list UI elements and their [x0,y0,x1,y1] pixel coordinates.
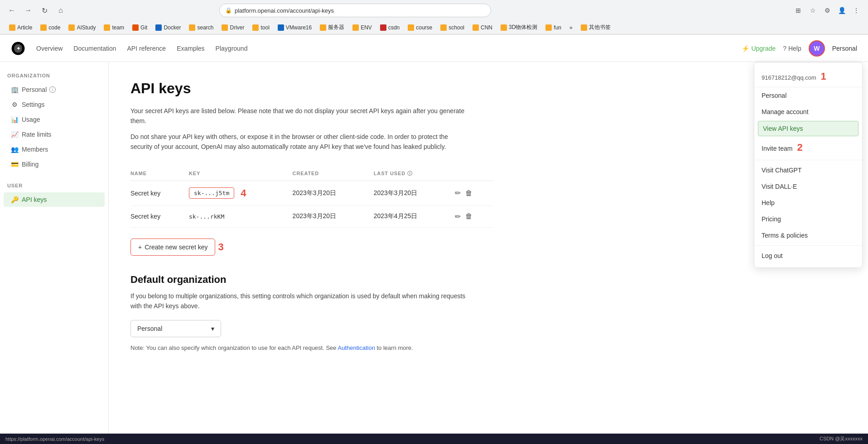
user-section-title: USER [0,179,108,192]
bookmark-course[interactable]: course [404,24,436,32]
actions-1: ✏ 🗑 [455,181,493,205]
bookmark-cnn[interactable]: CNN [469,24,496,32]
bookmark-driver[interactable]: Driver [218,24,248,32]
home-button[interactable]: ⌂ [54,4,67,17]
edit-icon-2[interactable]: ✏ [455,212,461,221]
dropdown-pricing[interactable]: Pricing [754,211,862,227]
bookmark-server[interactable]: 服务器 [316,23,348,32]
bookmark-git[interactable]: Git [129,24,151,32]
nav-overview[interactable]: Overview [36,45,63,52]
lock-icon: 🔒 [225,7,232,14]
user-avatar-button[interactable]: W [809,40,825,57]
bookmark-icon [380,24,386,31]
dropdown-visit-chatgpt[interactable]: Visit ChatGPT [754,162,862,178]
app-layout: ORGANIZATION 🏢 Personal i ⚙ Settings 📊 U… [0,62,868,444]
delete-icon[interactable]: 🗑 [465,189,473,197]
dropdown-invite-team[interactable]: Invite team 2 [754,137,862,158]
bookmark-article[interactable]: Article [5,24,36,32]
bookmark-tool[interactable]: tool [249,24,273,32]
bookmark-more[interactable]: » [566,24,576,32]
api-keys-icon: 🔑 [11,196,18,203]
extensions-button[interactable]: ⚙ [821,4,834,17]
bookmark-env[interactable]: ENV [349,24,376,32]
bookmark-icon [440,24,447,31]
bookmark-docker[interactable]: Docker [152,24,184,32]
settings-icon: ⚙ [11,101,18,108]
dropdown-logout[interactable]: Log out [754,248,862,264]
sidebar-item-usage[interactable]: 📊 Usage [4,112,105,127]
bookmark-icon [473,24,479,31]
chevron-down-icon: ▾ [211,325,214,332]
key-value-highlighted: sk-...j5tm [189,187,234,199]
delete-icon-2[interactable]: 🗑 [465,212,473,220]
sidebar-item-personal[interactable]: 🏢 Personal i [4,82,105,97]
bookmark-3d[interactable]: 3D物体检测 [497,23,541,32]
user-dropdown: 916718212@qq.com 1 Personal Manage accou… [754,62,863,268]
openai-logo[interactable]: ✦ [11,41,25,56]
browser-actions: ⊞ ☆ ⚙ 👤 ⋮ [792,4,863,17]
bookmark-csdn[interactable]: csdn [376,24,403,32]
sidebar-item-members[interactable]: 👥 Members [4,142,105,157]
create-new-secret-key-button[interactable]: + Create new secret key [130,239,215,256]
status-url: https://platform.openai.com/account/api-… [5,436,104,442]
translate-button[interactable]: ⊞ [792,4,805,17]
plus-icon: + [138,243,142,251]
bookmark-team[interactable]: team [100,24,128,32]
bookmark-label: Git [140,24,147,31]
bookmark-fun[interactable]: fun [542,24,565,32]
nav-playground[interactable]: Playground [216,45,248,52]
menu-button[interactable]: ⋮ [850,4,863,17]
nav-api-reference[interactable]: API reference [127,45,166,52]
sidebar-item-api-keys[interactable]: 🔑 API keys [4,192,105,207]
forward-button[interactable]: → [22,4,34,17]
dropdown-manage-account[interactable]: Manage account [754,104,862,120]
authentication-link[interactable]: Authentication [338,344,375,351]
bookmark-search[interactable]: search [185,24,217,32]
bookmark-label: csdn [388,24,400,31]
created-2: 2023年3月20日 [293,205,374,227]
nav-examples[interactable]: Examples [177,45,204,52]
dropdown-help[interactable]: Help [754,195,862,211]
sidebar-item-billing[interactable]: 💳 Billing [4,157,105,172]
bookmark-icon [545,24,552,31]
bookmark-code[interactable]: code [37,24,64,32]
org-select[interactable]: Personal ▾ [130,320,221,337]
bookmark-label: 3D物体检测 [509,24,537,31]
table-body: Secret key sk-...j5tm 4 2023年3月20日 2023年… [130,181,493,227]
edit-icon[interactable]: ✏ [455,189,461,197]
bookmark-icon [320,24,326,31]
bookmark-school[interactable]: school [437,24,468,32]
dropdown-visit-dalle[interactable]: Visit DALL·E [754,178,862,195]
profile-button[interactable]: 👤 [835,4,848,17]
api-keys-label: API keys [22,196,47,203]
members-label: Members [22,146,48,153]
usage-label: Usage [22,116,40,123]
back-button[interactable]: ← [5,4,18,17]
help-button[interactable]: ? Help [783,45,801,52]
bookmark-others[interactable]: 其他书签 [577,23,614,32]
bookmark-aistudy[interactable]: AIStudy [65,24,99,32]
sidebar-item-rate-limits[interactable]: 📈 Rate limits [4,127,105,142]
address-bar[interactable]: 🔒 platform.openai.com/account/api-keys [219,4,491,17]
bookmark-icon [581,24,587,31]
dropdown-personal[interactable]: Personal [754,87,862,104]
org-name: Personal [22,86,47,93]
info-icon[interactable]: i [49,86,56,93]
user-label[interactable]: Personal [832,45,857,52]
rate-limits-label: Rate limits [22,131,51,138]
note-text: Note: You can also specify which organiz… [130,344,448,351]
col-last-used: LAST USED ⓘ [374,167,455,181]
status-right: CSDN @吴xxxxxxx [820,435,863,442]
upgrade-button[interactable]: ⚡ Upgrade [742,45,776,52]
bookmark-button[interactable]: ☆ [806,4,819,17]
bookmark-vmware[interactable]: VMware16 [274,24,315,32]
dropdown-view-api-keys[interactable]: View API keys [758,121,858,136]
dropdown-terms[interactable]: Terms & policies [754,227,862,243]
key-cell-2: sk-...rkKM [189,205,293,227]
key-cell-wrapper-1: sk-...j5tm 4 [189,187,287,199]
create-key-row: + Create new secret key 3 [130,239,846,256]
nav-documentation[interactable]: Documentation [73,45,116,52]
sidebar-item-settings[interactable]: ⚙ Settings [4,97,105,112]
bookmark-icon [155,24,162,31]
reload-button[interactable]: ↻ [38,4,51,17]
